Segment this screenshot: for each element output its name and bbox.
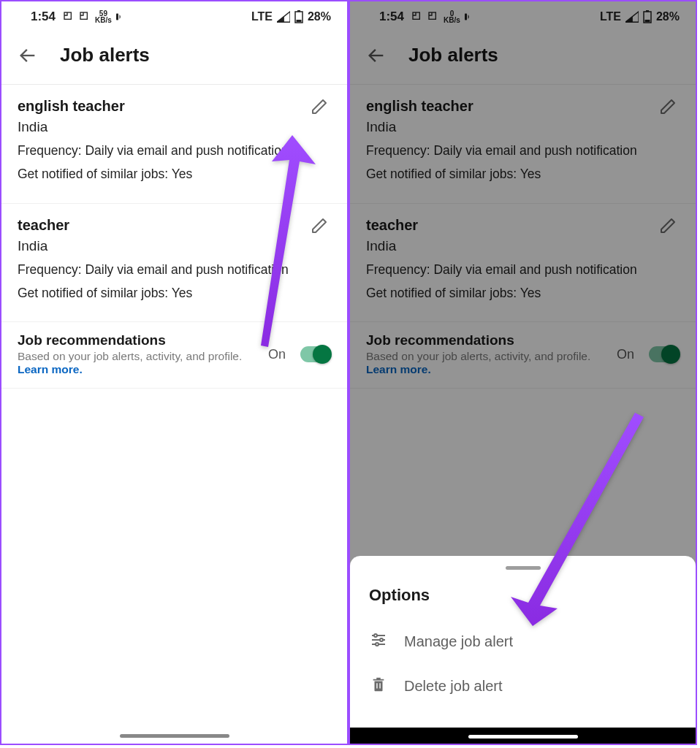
alert-similar: Get notified of similar jobs: Yes (18, 164, 331, 183)
edit-alert-button[interactable] (311, 98, 328, 118)
alert-frequency: Frequency: Daily via email and push noti… (366, 141, 680, 160)
alert-location: India (18, 119, 331, 135)
svg-rect-12 (646, 10, 649, 12)
back-icon[interactable] (18, 45, 38, 66)
page-title: Job alerts (408, 44, 498, 66)
status-net: LTE (600, 10, 621, 23)
signal-icon (277, 11, 290, 23)
alert-title: teacher (366, 217, 680, 234)
svg-rect-2 (116, 14, 118, 20)
app-header: Job alerts (1, 32, 347, 85)
edit-alert-button[interactable] (659, 217, 677, 237)
screenshot-right: 1:54 0KB/s LTE 28% Job alerts english te… (349, 0, 697, 745)
nav-handle (120, 734, 229, 738)
sliders-icon (369, 631, 388, 652)
battery-icon (294, 10, 303, 23)
sheet-item-label: Delete job alert (404, 678, 503, 695)
alert-frequency: Frequency: Daily via email and push noti… (366, 260, 680, 279)
sheet-drag-handle[interactable] (506, 566, 541, 570)
alert-location: India (366, 238, 680, 254)
learn-more-link[interactable]: Learn more. (18, 363, 83, 375)
svg-point-19 (380, 638, 383, 641)
status-time: 1:54 (379, 9, 404, 24)
page-title: Job alerts (60, 44, 150, 66)
recommendations-title: Job recommendations (18, 332, 259, 348)
pencil-icon (311, 98, 328, 115)
toggle-state-label: On (617, 347, 634, 362)
status-battery: 28% (656, 10, 680, 23)
job-recommendations-row: Job recommendations Based on your job al… (1, 322, 347, 389)
status-icons-left: 0KB/s (411, 10, 478, 23)
job-alert-item[interactable]: english teacher India Frequency: Daily v… (1, 85, 347, 204)
alert-title: english teacher (366, 98, 680, 115)
nav-handle (468, 735, 578, 739)
signal-icon (625, 11, 639, 23)
alert-title: english teacher (18, 98, 331, 115)
alert-frequency: Frequency: Daily via email and push noti… (18, 141, 331, 160)
recommendations-sub: Based on your job alerts, activity, and … (18, 350, 242, 362)
svg-rect-10 (465, 14, 467, 20)
status-battery: 28% (308, 10, 331, 23)
job-recommendations-row: Job recommendations Based on your job al… (350, 322, 696, 389)
svg-rect-5 (296, 20, 301, 22)
back-icon[interactable] (366, 45, 387, 66)
status-bar: 1:54 0KB/s LTE 28% (350, 1, 696, 32)
job-alert-item[interactable]: teacher India Frequency: Daily via email… (1, 204, 347, 323)
manage-job-alert-option[interactable]: Manage job alert (350, 619, 696, 664)
job-alert-item[interactable]: english teacher India Frequency: Daily v… (350, 85, 696, 204)
alert-similar: Get notified of similar jobs: Yes (18, 283, 331, 302)
recommendations-toggle[interactable] (300, 346, 331, 362)
alert-location: India (366, 119, 680, 135)
learn-more-link[interactable]: Learn more. (366, 363, 431, 375)
pencil-icon (659, 98, 677, 115)
alert-title: teacher (18, 217, 331, 234)
alert-location: India (18, 238, 331, 254)
recommendations-sub: Based on your job alerts, activity, and … (366, 350, 590, 362)
delete-job-alert-option[interactable]: Delete job alert (350, 664, 696, 709)
svg-point-18 (374, 634, 377, 637)
job-alert-item[interactable]: teacher India Frequency: Daily via email… (350, 204, 696, 323)
edit-alert-button[interactable] (659, 98, 677, 118)
status-icons-left: 59KB/s (63, 10, 129, 23)
status-net: LTE (251, 10, 273, 23)
alert-frequency: Frequency: Daily via email and push noti… (18, 260, 331, 279)
pencil-icon (311, 217, 328, 234)
recommendations-title: Job recommendations (366, 332, 608, 348)
svg-point-20 (376, 643, 378, 646)
alert-similar: Get notified of similar jobs: Yes (366, 283, 680, 302)
toggle-state-label: On (268, 347, 286, 362)
alert-similar: Get notified of similar jobs: Yes (366, 164, 680, 183)
sheet-title: Options (350, 586, 696, 619)
sheet-item-label: Manage job alert (404, 633, 513, 650)
app-header: Job alerts (350, 32, 696, 85)
screenshot-left: 1:54 59KB/s LTE 28% Job alerts english t… (0, 0, 349, 745)
status-time: 1:54 (31, 9, 56, 24)
svg-rect-4 (297, 10, 300, 12)
trash-icon (369, 676, 388, 697)
recommendations-toggle[interactable] (649, 346, 680, 362)
pencil-icon (659, 217, 677, 234)
battery-icon (643, 10, 652, 23)
options-bottom-sheet: Options Manage job alert Delete job aler… (350, 556, 696, 728)
svg-rect-13 (644, 20, 650, 22)
edit-alert-button[interactable] (311, 217, 328, 237)
status-bar: 1:54 59KB/s LTE 28% (1, 1, 347, 32)
